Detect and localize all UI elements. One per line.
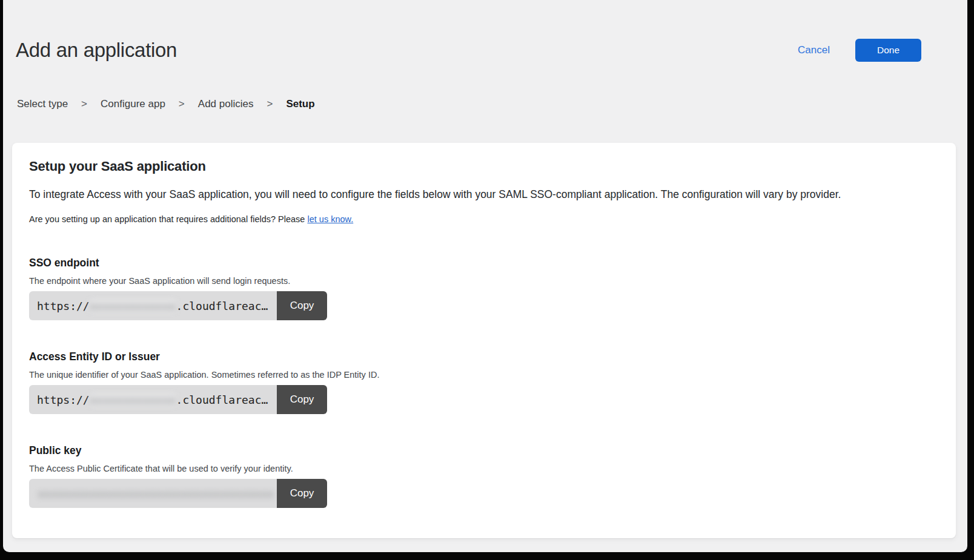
value-prefix: https:// xyxy=(37,394,90,406)
breadcrumb: Select type > Configure app > Add polici… xyxy=(17,98,967,110)
redacted-value-blur: xxxxxxxxxxxxx xyxy=(90,300,176,312)
sso-endpoint-section: SSO endpoint The endpoint where your Saa… xyxy=(29,257,939,320)
done-button[interactable]: Done xyxy=(855,39,921,62)
header-actions: Cancel Done xyxy=(798,39,921,62)
access-entity-id-copy-row: https://xxxxxxxxxxxxx.cloudflareac… Copy xyxy=(29,385,327,414)
value-suffix: .cloudflareac… xyxy=(176,300,268,312)
redacted-value-blur: xxxxxxxxxxxxx xyxy=(90,394,176,406)
public-key-value: xxxxxxxxxxxxxxxxxxxxxxxxxxxxxxxxxxxx xyxy=(29,479,277,508)
copy-button[interactable]: Copy xyxy=(277,385,327,414)
access-entity-id-label: Access Entity ID or Issuer xyxy=(29,351,939,363)
copy-button[interactable]: Copy xyxy=(277,291,327,320)
redacted-value-blur: xxxxxxxxxxxxxxxxxxxxxxxxxxxxxxxxxxxx xyxy=(38,487,274,500)
card-intro: To integrate Access with your SaaS appli… xyxy=(29,188,939,202)
sso-endpoint-description: The endpoint where your SaaS application… xyxy=(29,276,939,286)
page-header: Add an application Cancel Done xyxy=(3,0,967,63)
sso-endpoint-copy-row: https://xxxxxxxxxxxxx.cloudflareac… Copy xyxy=(29,291,327,320)
breadcrumb-separator: > xyxy=(179,98,185,110)
sso-endpoint-label: SSO endpoint xyxy=(29,257,939,269)
page-title: Add an application xyxy=(16,38,177,63)
card-note: Are you setting up an application that r… xyxy=(29,214,939,225)
breadcrumb-step-setup: Setup xyxy=(286,98,314,110)
let-us-know-link[interactable]: let us know. xyxy=(307,214,353,224)
breadcrumb-separator: > xyxy=(267,98,273,110)
sso-endpoint-value: https://xxxxxxxxxxxxx.cloudflareac… xyxy=(29,291,277,320)
public-key-copy-row: xxxxxxxxxxxxxxxxxxxxxxxxxxxxxxxxxxxx Cop… xyxy=(29,479,327,508)
copy-button[interactable]: Copy xyxy=(277,479,327,508)
breadcrumb-separator: > xyxy=(81,98,87,110)
value-suffix: .cloudflareac… xyxy=(176,394,268,406)
breadcrumb-step-configure-app[interactable]: Configure app xyxy=(101,98,165,110)
access-entity-id-value: https://xxxxxxxxxxxxx.cloudflareac… xyxy=(29,385,277,414)
public-key-section: Public key The Access Public Certificate… xyxy=(29,444,939,508)
app-background: Add an application Cancel Done Select ty… xyxy=(3,0,967,552)
value-prefix: https:// xyxy=(37,300,90,312)
access-entity-id-description: The unique identifier of your SaaS appli… xyxy=(29,370,939,380)
note-text: Are you setting up an application that r… xyxy=(29,214,307,224)
window-frame: Add an application Cancel Done Select ty… xyxy=(0,0,974,560)
public-key-description: The Access Public Certificate that will … xyxy=(29,464,939,473)
breadcrumb-step-add-policies[interactable]: Add policies xyxy=(198,98,254,110)
breadcrumb-step-select-type[interactable]: Select type xyxy=(17,98,68,110)
access-entity-id-section: Access Entity ID or Issuer The unique id… xyxy=(29,351,939,414)
public-key-label: Public key xyxy=(29,444,939,457)
setup-card: Setup your SaaS application To integrate… xyxy=(12,143,956,538)
cancel-button[interactable]: Cancel xyxy=(798,44,830,56)
card-heading: Setup your SaaS application xyxy=(29,159,939,174)
